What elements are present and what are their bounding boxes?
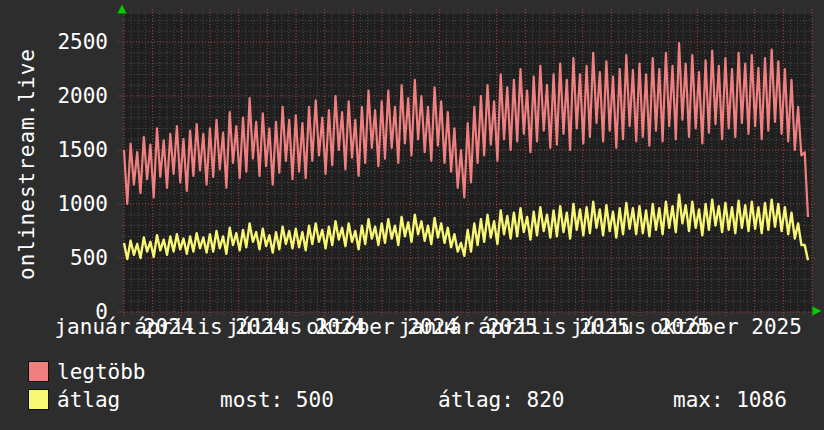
stat-most: most: 500: [220, 388, 334, 412]
y-tick-label: 1000: [30, 193, 108, 215]
legend-label-atlag: átlag: [57, 388, 120, 412]
y-axis-arrow-icon: [118, 5, 127, 14]
y-tick-label: 1500: [30, 139, 108, 161]
legend-swatch-atlag: [28, 389, 49, 410]
legend-swatch-legtobb: [28, 361, 49, 382]
y-tick-label: 2500: [30, 31, 108, 53]
stat-atlag: átlag: 820: [438, 388, 564, 412]
y-tick-label: 500: [30, 247, 108, 269]
rrd-graph: onlinestream.live 05001000150020002500 j…: [0, 0, 824, 430]
legend-label-legtobb: legtöbb: [57, 360, 146, 384]
x-axis-arrow-icon: [813, 307, 822, 316]
stat-max: max: 1086: [673, 388, 787, 412]
site-vertical-label: onlinestream.live: [15, 48, 39, 280]
x-tick-label: október 2025: [650, 316, 802, 338]
y-tick-label: 2000: [30, 85, 108, 107]
